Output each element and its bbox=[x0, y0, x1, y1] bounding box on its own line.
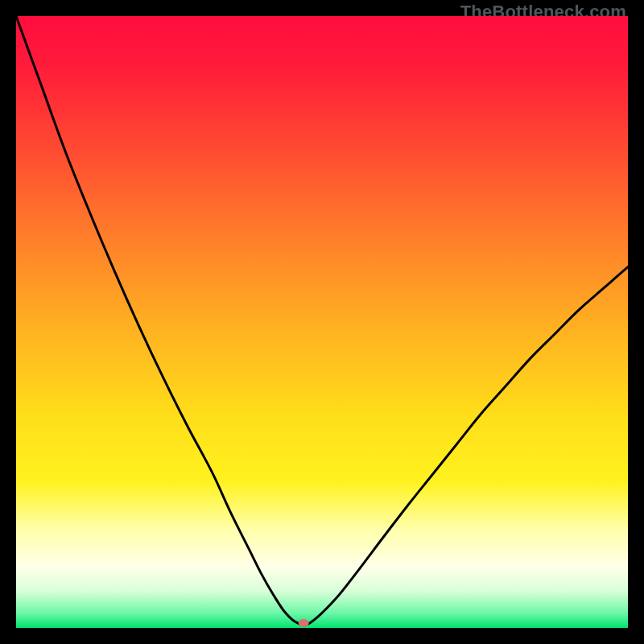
chart-container: { "watermark": "TheBottleneck.com", "cha… bbox=[0, 0, 644, 644]
chart-svg bbox=[16, 16, 628, 628]
plot-area bbox=[16, 16, 628, 628]
optimum-marker bbox=[299, 619, 309, 627]
gradient-panel bbox=[16, 16, 628, 628]
